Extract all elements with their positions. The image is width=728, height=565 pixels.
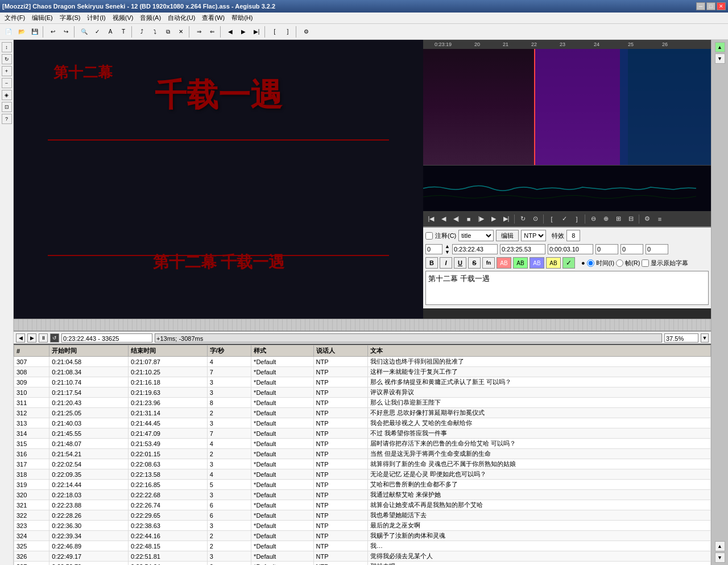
transport-next[interactable]: ▶| [500, 213, 512, 225]
toolbar-duplicate[interactable]: ⧉ [162, 26, 174, 38]
toolbar-new[interactable]: 📄 [2, 26, 15, 38]
toolbar-redo[interactable]: ↪ [60, 26, 72, 38]
style-dropdown[interactable]: title *Default zhushi [458, 230, 494, 241]
start-time-input[interactable] [452, 244, 498, 254]
strikeout-button[interactable]: S [468, 257, 481, 269]
play-prev-button[interactable]: ◀ [16, 333, 25, 343]
underline-button[interactable]: U [454, 257, 466, 269]
toolbar-save[interactable]: 💾 [28, 26, 41, 38]
transport-zoom-in[interactable]: ⊕ [600, 213, 611, 225]
table-row[interactable]: 3260:22:49.170:22:51.813*DefaultNTP觉得我必须… [14, 551, 711, 562]
table-row[interactable]: 3200:22:18.030:22:22.683*DefaultNTP我通过献祭… [14, 490, 711, 500]
table-row[interactable]: 3210:22:23.880:22:26.746*DefaultNTP就算会让她… [14, 500, 711, 510]
sidebar-btn-6[interactable]: ⊡ [2, 102, 12, 112]
transport-mark[interactable]: ⊙ [530, 213, 541, 225]
transport-convert[interactable]: ≡ [654, 213, 665, 225]
font-button[interactable]: fn [482, 257, 495, 269]
transport-loop[interactable]: ↻ [517, 213, 528, 225]
table-row[interactable]: 3170:22:02.540:22:08.633*DefaultNTP就算得到了… [14, 459, 711, 469]
right-btn-3[interactable]: ▲ [715, 541, 725, 551]
margin-l-input[interactable] [595, 244, 618, 254]
frame-radio[interactable] [616, 259, 623, 267]
color-3-button[interactable]: AB [530, 257, 544, 269]
transport-skip-back[interactable]: |◀ [425, 213, 437, 225]
sidebar-btn-7[interactable]: ? [2, 114, 12, 124]
transport-play-back[interactable]: ◀| [450, 213, 462, 225]
right-btn-4[interactable]: ▼ [715, 552, 725, 563]
menu-view[interactable]: 查看(W) [198, 13, 228, 23]
sidebar-btn-2[interactable]: ↻ [2, 54, 12, 64]
table-row[interactable]: 3120:21:25.050:21:31.142*DefaultNTP不好意思 … [14, 408, 711, 418]
toolbar-delete[interactable]: ✕ [175, 26, 187, 38]
transport-stop[interactable]: ■ [463, 213, 474, 225]
menu-timing[interactable]: 计时(I) [84, 13, 109, 23]
time-radio[interactable] [587, 259, 594, 267]
toolbar-open[interactable]: 📂 [15, 26, 28, 38]
window-controls[interactable]: ─ □ ✕ [696, 2, 726, 10]
table-row[interactable]: 3130:21:40.030:21:44.453*DefaultNTP我会把最珍… [14, 418, 711, 428]
layer-input[interactable] [425, 244, 442, 254]
duration-input[interactable] [548, 244, 593, 254]
toolbar-time-start[interactable]: [ [268, 26, 281, 38]
table-row[interactable]: 3270:22:52.790:22:54.642*DefaultNTP那就去吧 [14, 562, 711, 566]
toolbar-spellcheck[interactable]: ✓ [91, 26, 104, 38]
color-4-button[interactable]: AB [546, 257, 561, 269]
toolbar-find[interactable]: 🔍 [78, 26, 90, 38]
table-row[interactable]: 3140:21:45.550:21:47.097*DefaultNTP不过 我希… [14, 428, 711, 439]
table-row[interactable]: 3070:21:04.580:21:07.874*DefaultNTP我们这边也… [14, 357, 711, 367]
transport-commit[interactable]: ✓ [559, 213, 570, 225]
margin-v-input[interactable] [646, 244, 668, 254]
commit-button[interactable]: ✓ [562, 257, 575, 269]
toolbar-video-next[interactable]: ▶| [250, 26, 263, 38]
zoom-in-button[interactable]: ▼ [701, 333, 709, 343]
toolbar-video-prev[interactable]: ◀ [224, 26, 237, 38]
edit-style-button[interactable]: 编辑 [496, 230, 519, 241]
pause-button[interactable]: ⏸ [39, 333, 48, 343]
layer-spinner[interactable]: ▲▼ [445, 244, 450, 255]
table-row[interactable]: 3180:22:09.350:22:13.584*DefaultNTP无论是记忆… [14, 469, 711, 480]
table-row[interactable]: 3160:21:54.210:22:01.152*DefaultNTP当然 但是… [14, 449, 711, 459]
menu-subtitle[interactable]: 字幕(S) [56, 13, 84, 23]
toolbar-settings[interactable]: ⚙ [300, 26, 312, 38]
waveform-area[interactable] [423, 165, 711, 211]
table-row[interactable]: 3110:21:20.430:21:23.968*DefaultNTP那么 让我… [14, 398, 711, 408]
menu-edit[interactable]: 编辑(E) [28, 13, 56, 23]
transport-zoom-out[interactable]: ⊖ [588, 213, 599, 225]
table-row[interactable]: 3080:21:08.340:21:10.257*DefaultNTP这样一来就… [14, 367, 711, 377]
table-row[interactable]: 3090:21:10.740:21:16.183*DefaultNTP那么 视作… [14, 377, 711, 387]
transport-view-all[interactable]: ⊞ [613, 213, 624, 225]
toolbar-split[interactable]: ⇐ [206, 26, 218, 38]
close-button[interactable]: ✕ [717, 2, 726, 10]
sidebar-btn-3[interactable]: + [2, 66, 12, 76]
color-2-button[interactable]: AB [513, 257, 528, 269]
special-effect-number[interactable] [566, 230, 580, 241]
table-row[interactable]: 3230:22:36.300:22:38.633*DefaultNTP最后的龙之… [14, 521, 711, 531]
menu-file[interactable]: 文件(F) [1, 13, 28, 23]
transport-view-sel[interactable]: ⊟ [625, 213, 636, 225]
transport-set-start[interactable]: [ [546, 213, 557, 225]
menu-automation[interactable]: 自动化(U) [164, 13, 198, 23]
maximize-button[interactable]: □ [706, 2, 715, 10]
toolbar-insert-before[interactable]: ⤴ [135, 26, 148, 38]
toolbar-undo[interactable]: ↩ [47, 26, 59, 38]
toolbar-join[interactable]: ⇒ [193, 26, 205, 38]
timeline-strip[interactable] [14, 319, 711, 331]
end-time-input[interactable] [500, 244, 545, 254]
table-row[interactable]: 3240:22:39.340:22:44.162*DefaultNTP我赐予了汝… [14, 531, 711, 541]
toolbar-translate[interactable]: T [117, 26, 130, 38]
minimize-button[interactable]: ─ [696, 2, 705, 10]
right-btn-2[interactable]: ▼ [715, 53, 725, 64]
right-btn-1[interactable]: ▲ [715, 42, 725, 52]
toolbar-style[interactable]: A [104, 26, 117, 38]
play-button[interactable]: ▶ [27, 333, 36, 343]
toolbar-video-play[interactable]: ▶ [237, 26, 250, 38]
menu-video[interactable]: 视频(V) [109, 13, 137, 23]
bold-button[interactable]: B [425, 257, 438, 269]
sidebar-btn-1[interactable]: ↕ [2, 42, 12, 52]
transport-set-end[interactable]: ] [571, 213, 582, 225]
sidebar-btn-5[interactable]: ◈ [2, 90, 12, 100]
subtitle-text-input[interactable]: 第十二幕 千载一遇 [425, 271, 709, 305]
table-row[interactable]: 3190:22:14.440:22:16.855*DefaultNTP艾哈和巴鲁… [14, 480, 711, 490]
menu-help[interactable]: 帮助(H) [228, 13, 256, 23]
table-row[interactable]: 3220:22:28.260:22:29.656*DefaultNTP我也希望她… [14, 510, 711, 521]
